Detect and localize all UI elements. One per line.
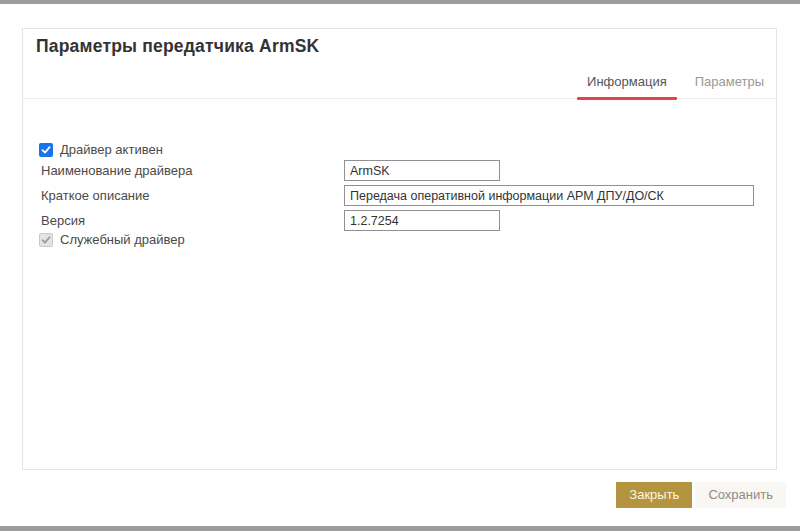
driver-name-row: Наименование драйвера [23,160,776,181]
checkmark-icon [41,145,51,155]
tab-parameters[interactable]: Параметры [689,74,770,98]
driver-name-input[interactable] [344,160,500,181]
information-tab-content: Драйвер активен Наименование драйвера Кр… [23,99,776,469]
version-input[interactable] [344,210,500,231]
driver-active-checkbox[interactable] [39,143,53,157]
service-driver-checkbox [39,233,53,247]
short-description-label: Краткое описание [41,188,150,203]
driver-active-label: Драйвер активен [60,142,163,157]
tab-bar: Информация Параметры [23,68,776,99]
transmitter-parameters-dialog: Параметры передатчика ArmSK Информация П… [22,28,777,470]
dialog-footer: Закрыть Сохранить [616,482,786,508]
service-driver-label: Служебный драйвер [60,232,185,247]
short-description-input[interactable] [344,185,754,206]
service-driver-checkbox-row: Служебный драйвер [39,232,185,247]
version-row: Версия [23,210,776,231]
driver-active-checkbox-row: Драйвер активен [39,142,163,157]
window-bottom-edge [0,526,800,531]
window-top-edge [0,0,800,4]
driver-name-label: Наименование драйвера [41,163,193,178]
short-description-row: Краткое описание [23,185,776,206]
dialog-title: Параметры передатчика ArmSK [36,36,319,57]
close-button[interactable]: Закрыть [616,482,692,508]
version-label: Версия [41,213,85,228]
tab-information[interactable]: Информация [581,74,673,98]
save-button[interactable]: Сохранить [695,482,786,508]
checkmark-icon [41,235,51,245]
